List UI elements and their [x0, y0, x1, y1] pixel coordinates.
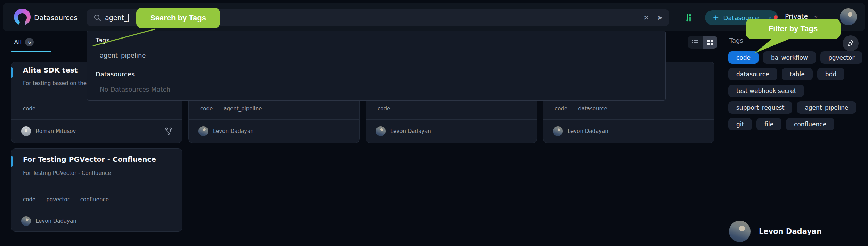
tag-separator: [41, 197, 41, 202]
author-avatar: [553, 126, 563, 136]
tag-separator: [573, 106, 573, 111]
card-tag[interactable]: confluence: [80, 196, 109, 203]
grid-view-button[interactable]: [703, 36, 717, 49]
tag-separator: [75, 197, 75, 202]
tag-chip-table[interactable]: table: [782, 68, 813, 80]
author-avatar: [198, 126, 208, 136]
card-description: For testing based on the: [23, 80, 87, 86]
search-icon: [93, 14, 102, 22]
tag-chip-file[interactable]: file: [756, 118, 781, 130]
card-tags: code agent_pipeline: [200, 105, 262, 112]
tag-chip-confluence[interactable]: confluence: [786, 118, 834, 130]
callout-tail: [744, 37, 800, 55]
card-accent: [11, 67, 13, 78]
tag-chip-pgvector[interactable]: pgvector: [820, 51, 863, 64]
page-title: Datasources: [34, 14, 78, 22]
author-name: Levon Dadayan: [36, 218, 76, 224]
tag-separator: [218, 106, 218, 111]
profile-name: Levon Dadayan: [759, 227, 822, 236]
view-toggle: [688, 36, 717, 49]
author-name: Roman Mitusov: [36, 128, 76, 134]
user-profile[interactable]: Levon Dadayan: [729, 221, 822, 242]
card-tag[interactable]: code: [200, 105, 213, 112]
tags-panel: code ba_workflow pgvector datasource tab…: [728, 51, 866, 130]
user-avatar[interactable]: [840, 8, 857, 25]
tag-chip-test-webhook-secret[interactable]: test webhook secret: [728, 85, 804, 97]
card-footer: Roman Mitusov: [11, 120, 182, 143]
card-tag[interactable]: code: [23, 105, 35, 112]
card-footer: Levon Dadayan: [366, 120, 537, 143]
card-footer: Levon Dadayan: [543, 120, 714, 143]
card-title: For Testing PGVector - Confluence: [23, 155, 156, 163]
tab-count-badge: 6: [25, 38, 34, 46]
author-avatar: [21, 126, 31, 136]
callout-search-by-tags: Search by Tags: [136, 8, 220, 28]
tab-all-label: All: [14, 39, 22, 46]
tag-chip-agent-pipeline[interactable]: agent_pipeline: [797, 101, 856, 114]
text-caret: [128, 14, 129, 22]
card-title: Alita SDK test: [23, 66, 78, 74]
card-tags: code: [23, 105, 35, 112]
workflow-switch-icon[interactable]: [683, 12, 694, 23]
card-tags: code pgvector confluence: [23, 196, 109, 203]
app-logo-icon[interactable]: [14, 9, 31, 25]
author-name: Levon Dadayan: [390, 128, 431, 134]
tag-suggestion[interactable]: agent_pipeline: [100, 52, 146, 59]
plus-icon: +: [713, 14, 719, 22]
datasources-page: Datasources agent_ ✕ ➤ + Datasource ⌄ Pr…: [0, 0, 868, 246]
card-tag[interactable]: code: [378, 105, 390, 112]
tab-all[interactable]: All 6: [14, 38, 34, 46]
datasource-card[interactable]: For Testing PGVector - Confluence For Te…: [11, 148, 182, 232]
tag-chip-git[interactable]: git: [728, 118, 752, 130]
author-name: Levon Dadayan: [568, 128, 608, 134]
author-avatar: [376, 126, 386, 136]
card-accent: [11, 156, 13, 167]
card-tag[interactable]: agent_pipeline: [224, 105, 262, 112]
search-suggestions-dropdown: Tags agent_pipeline Datasources No Datas…: [87, 31, 666, 101]
send-icon[interactable]: ➤: [657, 14, 663, 22]
grid-icon: [707, 39, 714, 46]
card-tags: code datasource: [555, 105, 607, 112]
card-tags: code: [378, 105, 390, 112]
clear-search-icon[interactable]: ✕: [643, 14, 649, 21]
card-tag[interactable]: datasource: [578, 105, 607, 112]
broom-icon: [846, 39, 855, 48]
fork-icon[interactable]: [165, 127, 172, 135]
card-description: For Testing PGVector - Confluence: [23, 170, 111, 176]
card-footer: Levon Dadayan: [189, 120, 359, 143]
list-view-button[interactable]: [688, 36, 703, 49]
callout-tail: [87, 27, 163, 49]
list-icon: [691, 39, 699, 46]
no-match-text: No Datasources Match: [100, 86, 170, 93]
tab-underline: [11, 51, 51, 52]
callout-filter-by-tags: Filter by Tags: [746, 19, 841, 39]
card-tag[interactable]: code: [23, 196, 35, 203]
author-name: Levon Dadayan: [213, 128, 254, 134]
card-footer: Levon Dadayan: [11, 210, 182, 231]
tag-chip-bdd[interactable]: bdd: [817, 68, 844, 80]
search-value: agent_: [105, 14, 127, 22]
dropdown-section-datasources: Datasources: [96, 70, 135, 78]
card-tag[interactable]: pgvector: [46, 196, 70, 203]
profile-avatar: [729, 221, 751, 242]
tag-chip-datasource[interactable]: datasource: [728, 68, 777, 80]
author-avatar: [21, 216, 31, 226]
clear-tags-button[interactable]: [843, 35, 859, 51]
chevron-down-icon: ⌄: [813, 13, 818, 19]
card-tag[interactable]: code: [555, 105, 567, 112]
tags-panel-header: Tags: [729, 37, 743, 44]
tag-chip-support-request[interactable]: support_request: [728, 101, 792, 114]
